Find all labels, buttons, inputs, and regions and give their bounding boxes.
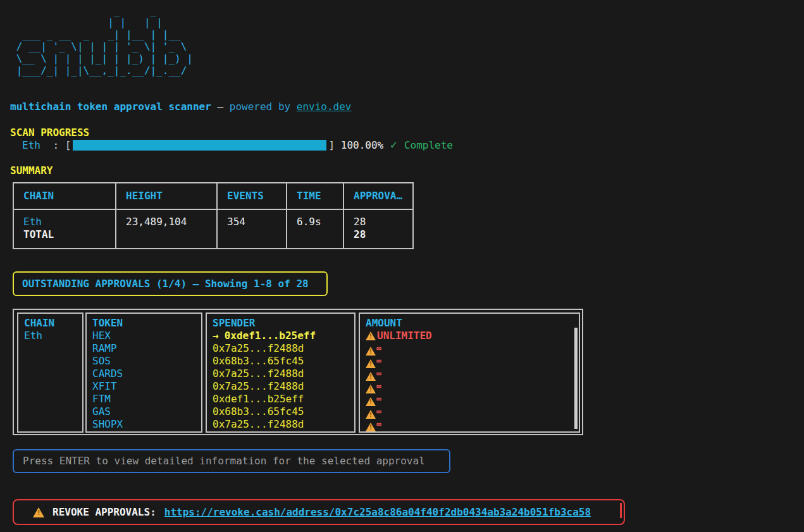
snubb-ascii-logo: _ _ | | | | ___ _ __ _ _| |__ | |__ / __… xyxy=(10,4,193,77)
app-title: multichain token approval scanner xyxy=(10,101,211,113)
summary-height-value: 23,489,104 xyxy=(126,216,216,228)
approvals-chain-column: CHAIN Eth xyxy=(17,312,83,433)
spender-cell[interactable]: 0x7a25...f2488d xyxy=(213,380,354,393)
token-cell[interactable]: XFIT xyxy=(92,380,201,393)
summary-total-label: TOTAL xyxy=(23,228,115,241)
check-icon: ✓ xyxy=(390,139,398,151)
spender-cell[interactable]: 0x7a25...f2488d xyxy=(213,418,354,431)
summary-header-row: CHAIN HEIGHT EVENTS TIME APPROVA… xyxy=(13,183,413,209)
amount-value: ∞ xyxy=(376,407,381,416)
amount-cell[interactable]: ∞ xyxy=(366,418,579,431)
revoke-link[interactable]: https://revoke.cash/address/0x7c25a8c86a… xyxy=(164,506,591,518)
approvals-table: CHAIN Eth TOKEN HEX RAMP SOS CARDS XFIT … xyxy=(13,309,583,435)
scan-progress-heading: SCAN PROGRESS xyxy=(10,127,89,139)
amount-value: ∞ xyxy=(376,356,381,366)
spender-cell[interactable]: 0xdef1...b25eff xyxy=(213,393,354,405)
summary-chain-value: Eth xyxy=(23,216,115,228)
approvals-token-column: TOKEN HEX RAMP SOS CARDS XFIT FTM GAS SH… xyxy=(85,312,202,433)
spender-cell[interactable]: 0x7a25...f2488d xyxy=(213,342,354,355)
token-cell[interactable]: CARDS xyxy=(92,368,201,380)
approvals-col-spender-header: SPENDER xyxy=(213,317,354,330)
tagline: multichain token approval scanner — powe… xyxy=(10,101,351,113)
summary-col-approvals: APPROVA… xyxy=(343,183,413,209)
revoke-label: REVOKE APPROVALS: xyxy=(53,506,156,518)
token-cell[interactable]: GAS xyxy=(92,405,201,418)
scrollbar-thumb[interactable] xyxy=(574,328,578,429)
amount-value: ∞ xyxy=(376,381,381,391)
selected-arrow-icon: → xyxy=(213,330,219,342)
amount-value: ∞ xyxy=(376,419,381,429)
revoke-box-tick xyxy=(620,503,622,518)
amount-value: UNLIMITED xyxy=(377,330,432,342)
warning-icon xyxy=(366,410,376,419)
progress-percent: 100.00% xyxy=(341,139,383,151)
summary-col-height: HEIGHT xyxy=(116,183,217,209)
progress-bar-fill xyxy=(73,140,326,151)
progress-bracket-close: ] xyxy=(328,139,335,151)
amount-cell[interactable]: UNLIMITED xyxy=(366,330,579,342)
summary-col-chain: CHAIN xyxy=(13,183,116,209)
summary-chain-cell: Eth TOTAL xyxy=(13,209,116,249)
token-cell[interactable]: HEX xyxy=(92,330,201,342)
summary-table: CHAIN HEIGHT EVENTS TIME APPROVA… Eth TO… xyxy=(13,182,414,249)
warning-icon xyxy=(366,331,376,340)
amount-value: ∞ xyxy=(376,343,381,353)
progress-separator: : xyxy=(53,139,59,151)
warning-icon xyxy=(366,423,376,431)
summary-body-row: Eth TOTAL 23,489,104 354 6.9s 28 28 xyxy=(13,209,413,249)
summary-events-value: 354 xyxy=(227,216,286,228)
tagline-dash: — xyxy=(218,101,224,113)
approvals-col-token-header: TOKEN xyxy=(92,317,201,330)
approvals-col-amount-header: AMOUNT xyxy=(366,317,579,330)
approvals-col-chain-header: CHAIN xyxy=(24,317,82,330)
amount-value: ∞ xyxy=(376,394,381,404)
warning-icon xyxy=(366,347,376,356)
summary-col-events: EVENTS xyxy=(217,183,287,209)
summary-approvals-cell: 28 28 xyxy=(343,209,413,249)
summary-time-value: 6.9s xyxy=(297,216,343,228)
approvals-spender-column: SPENDER →0xdef1...b25eff 0x7a25...f2488d… xyxy=(206,312,356,433)
warning-icon xyxy=(366,359,376,368)
powered-by-label: powered by xyxy=(230,101,290,113)
spender-address: 0xdef1...b25eff xyxy=(225,330,316,342)
approvals-amount-column: AMOUNT UNLIMITED ∞ ∞ ∞ ∞ ∞ ∞ ∞ xyxy=(359,312,580,433)
spender-cell[interactable]: 0x68b3...65fc45 xyxy=(213,405,354,418)
envio-link[interactable]: envio.dev xyxy=(297,101,352,113)
chain-cell[interactable]: Eth xyxy=(24,330,82,342)
token-cell[interactable]: SHOPX xyxy=(92,418,201,431)
warning-icon xyxy=(366,372,376,381)
amount-cell[interactable]: ∞ xyxy=(366,368,579,380)
spender-cell[interactable]: 0x7a25...f2488d xyxy=(213,368,354,380)
terminal-screen: _ _ | | | | ___ _ __ _ _| |__ | |__ / __… xyxy=(0,0,804,532)
progress-bracket-open: [ xyxy=(65,139,71,151)
enter-hint-box: Press ENTER to view detailed information… xyxy=(13,449,450,473)
warning-icon xyxy=(366,385,376,393)
progress-status: Complete xyxy=(404,139,453,151)
spender-cell[interactable]: 0x68b3...65fc45 xyxy=(213,355,354,368)
summary-heading: SUMMARY xyxy=(10,164,53,176)
amount-cell[interactable]: ∞ xyxy=(366,405,579,418)
amount-cell[interactable]: ∞ xyxy=(366,355,579,368)
amount-cell[interactable]: ∞ xyxy=(366,342,579,355)
token-cell[interactable]: RAMP xyxy=(92,342,201,355)
summary-height-cell: 23,489,104 xyxy=(116,209,217,249)
summary-col-time: TIME xyxy=(287,183,343,209)
amount-value: ∞ xyxy=(376,369,381,378)
warning-icon xyxy=(366,397,376,406)
summary-approvals-value: 28 xyxy=(354,216,412,228)
token-cell[interactable]: FTM xyxy=(92,393,201,405)
summary-time-cell: 6.9s xyxy=(287,209,343,249)
progress-row: Eth : [] 100.00% ✓ Complete xyxy=(22,139,453,151)
amount-cell[interactable]: ∞ xyxy=(366,393,579,405)
revoke-box: REVOKE APPROVALS: https://revoke.cash/ad… xyxy=(13,499,625,525)
approvals-banner: OUTSTANDING APPROVALS (1/4) — Showing 1-… xyxy=(13,271,328,296)
spender-cell-selected[interactable]: →0xdef1...b25eff xyxy=(213,330,354,342)
amount-cell[interactable]: ∞ xyxy=(366,380,579,393)
summary-approvals-total: 28 xyxy=(354,228,412,241)
progress-chain-label: Eth xyxy=(22,139,40,151)
warning-icon xyxy=(33,507,44,517)
summary-events-cell: 354 xyxy=(217,209,287,249)
token-cell[interactable]: SOS xyxy=(92,355,201,368)
